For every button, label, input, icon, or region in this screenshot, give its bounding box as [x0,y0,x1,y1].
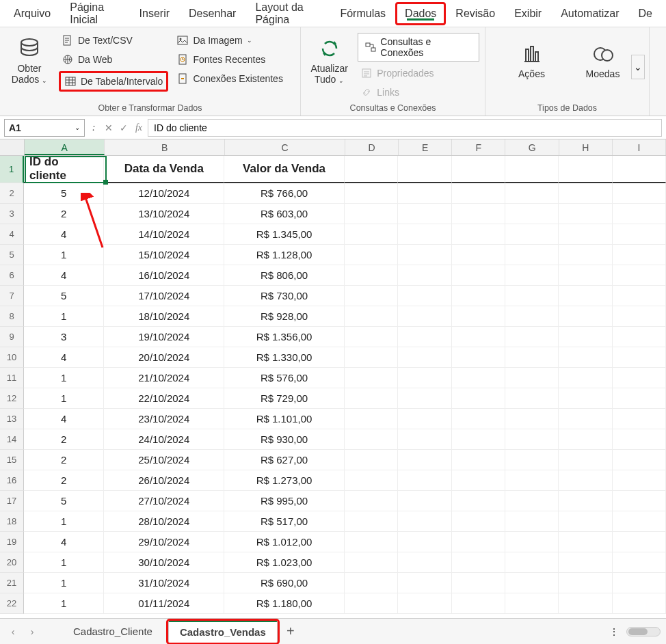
cell[interactable]: R$ 729,00 [224,388,345,409]
cell[interactable] [452,388,505,409]
menu-inserir[interactable]: Inserir [130,2,179,25]
cell[interactable]: 5 [24,491,104,511]
cell[interactable]: 13/10/2024 [104,204,224,224]
cell[interactable] [452,286,505,306]
cell[interactable] [613,156,666,183]
cell[interactable]: 25/10/2024 [104,450,224,470]
cell[interactable] [559,511,612,532]
cell[interactable] [398,388,451,409]
cell[interactable] [452,450,505,470]
select-all-corner[interactable] [0,139,25,156]
header-cell[interactable]: ID do cliente [24,156,104,183]
cell[interactable]: R$ 576,00 [224,368,345,388]
cell[interactable]: 28/10/2024 [104,511,224,532]
cell[interactable] [398,470,451,491]
cell[interactable] [452,245,505,265]
cell[interactable] [452,204,505,224]
cell[interactable]: 5 [24,286,104,306]
cell[interactable] [452,593,505,614]
cell[interactable]: R$ 690,00 [224,573,345,593]
cell[interactable] [398,552,451,573]
cell[interactable] [398,286,451,306]
row-header[interactable]: 15 [0,450,24,470]
da-imagem-button[interactable]: Da Imagem ⌄ [174,33,286,48]
cell[interactable] [345,156,398,183]
cell[interactable] [505,368,559,388]
cell[interactable]: R$ 1.180,00 [224,593,345,614]
fx-button[interactable]: fx [133,122,145,134]
cell[interactable] [559,327,612,347]
cell[interactable] [505,593,559,614]
cell[interactable]: 1 [24,388,104,409]
cell[interactable] [345,450,398,470]
cell[interactable]: 4 [24,347,104,368]
cell[interactable] [452,470,505,491]
cell[interactable]: R$ 806,00 [224,265,345,286]
cell[interactable]: R$ 1.345,00 [224,224,345,245]
menu-overflow[interactable]: De [629,2,662,25]
cell[interactable] [398,245,451,265]
cell[interactable]: 21/10/2024 [104,368,224,388]
cell[interactable] [559,491,612,511]
cell[interactable] [505,429,559,450]
cell[interactable]: 4 [24,224,104,245]
cell[interactable]: 1 [24,245,104,265]
cell[interactable] [452,224,505,245]
cell[interactable]: 2 [24,429,104,450]
fontes-recentes-button[interactable]: Fontes Recentes [174,52,286,67]
cell[interactable] [345,552,398,573]
cell[interactable] [505,183,559,204]
cell[interactable] [398,573,451,593]
cell[interactable] [345,511,398,532]
row-header[interactable]: 10 [0,347,24,368]
cell[interactable] [505,409,559,429]
row-header[interactable]: 7 [0,286,24,306]
cell[interactable] [398,224,451,245]
cell[interactable]: R$ 1.330,00 [224,347,345,368]
sheet-nav-next[interactable]: › [25,624,40,639]
acoes-button[interactable]: Ações [505,30,559,92]
cell[interactable] [345,491,398,511]
col-E-header[interactable]: E [399,139,452,155]
cell[interactable] [559,450,612,470]
cell[interactable] [452,552,505,573]
cell[interactable] [613,388,666,409]
cell[interactable]: 1 [24,552,104,573]
cell[interactable] [613,491,666,511]
cell[interactable] [505,245,559,265]
row-header[interactable]: 8 [0,306,24,327]
cell[interactable]: 26/10/2024 [104,470,224,491]
menu-desenhar[interactable]: Desenhar [179,2,245,25]
cell[interactable]: 27/10/2024 [104,491,224,511]
cell[interactable] [559,429,612,450]
cell[interactable] [613,573,666,593]
row-header[interactable]: 11 [0,368,24,388]
cell[interactable] [452,491,505,511]
row-header[interactable]: 16 [0,470,24,491]
cell[interactable]: 1 [24,368,104,388]
col-D-header[interactable]: D [345,139,399,155]
cell[interactable] [559,204,612,224]
cell[interactable]: R$ 766,00 [224,183,345,204]
cell[interactable]: 15/10/2024 [104,245,224,265]
horizontal-scrollbar[interactable] [626,627,661,636]
sheet-nav-prev[interactable]: ‹ [5,624,21,639]
cell[interactable]: R$ 517,00 [224,511,345,532]
da-web-button[interactable]: Da Web [59,52,168,67]
cell[interactable]: R$ 930,00 [224,429,345,450]
row-header[interactable]: 4 [0,224,24,245]
cell[interactable]: 19/10/2024 [104,327,224,347]
cell[interactable]: R$ 1.023,00 [224,552,345,573]
cell[interactable] [398,347,451,368]
cell[interactable] [345,368,398,388]
cell[interactable] [559,306,612,327]
cell[interactable]: 1 [24,511,104,532]
menu-exibir[interactable]: Exibir [505,2,551,25]
cell[interactable]: R$ 995,00 [224,491,345,511]
cell[interactable] [398,491,451,511]
cell[interactable]: R$ 1.128,00 [224,245,345,265]
cell[interactable] [452,347,505,368]
cell[interactable]: R$ 1.273,00 [224,470,345,491]
cell[interactable]: 23/10/2024 [104,409,224,429]
cell[interactable]: R$ 928,00 [224,306,345,327]
